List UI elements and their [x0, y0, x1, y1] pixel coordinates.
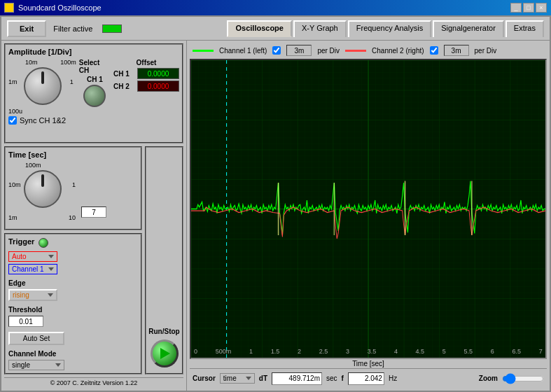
sync-checkbox[interactable] — [8, 116, 17, 125]
amplitude-title: Amplitude [1/Div] — [8, 48, 179, 56]
left-panel: Amplitude [1/Div] 10m 100m 1m 1 100u — [1, 41, 187, 391]
amp-label-100m: 100m — [60, 59, 76, 66]
content-area: Amplitude [1/Div] 10m 100m 1m 1 100u — [1, 41, 550, 391]
ch1-offset-label: CH 1 — [113, 70, 134, 78]
ch1-select-label: CH 1 — [87, 76, 103, 83]
tab-oscilloscope[interactable]: Oscilloscope — [227, 20, 291, 37]
copyright-text: © 2007 C. Zeitnitz Version 1.22 — [50, 379, 138, 386]
right-panel: Channel 1 (left) per Div Channel 2 (righ… — [187, 41, 550, 391]
ch1-color-indicator — [193, 50, 214, 52]
channel-mode-dropdown[interactable]: single — [8, 360, 64, 370]
trigger-title: Trigger — [8, 237, 34, 246]
ch1-checkbox[interactable] — [272, 46, 281, 55]
minimize-button[interactable]: _ — [510, 3, 522, 13]
ch-select-knob[interactable] — [83, 85, 106, 107]
dt-unit: sec — [326, 374, 337, 382]
time-knob-area: 100m 10m 1 1m 10 — [8, 162, 78, 221]
waveform-display — [191, 60, 545, 358]
tab-extras[interactable]: Extras — [505, 20, 544, 37]
window-title: Soundcard Oszilloscope — [18, 4, 102, 12]
zoom-label: Zoom — [479, 374, 498, 382]
copyright-bar: © 2007 C. Zeitnitz Version 1.22 — [4, 377, 183, 388]
scope-screen: 0 500m 1 1.5 2 2.5 3 3.5 4 4.5 5 5.5 6 6… — [190, 59, 547, 359]
close-button[interactable]: × — [536, 3, 547, 13]
tabs: Oscilloscope X-Y Graph Frequency Analysi… — [227, 20, 544, 37]
trigger-mode-dropdown[interactable]: Auto — [8, 251, 57, 262]
ch2-per-div-label: per Div — [475, 47, 497, 55]
select-ch-area: Select CH CH 1 — [79, 59, 111, 107]
amplitude-knob-area: 10m 100m 1m 1 100u — [8, 59, 76, 115]
trigger-indicator — [39, 238, 48, 248]
dropdown-arrow — [48, 293, 53, 297]
maximize-button[interactable]: □ — [523, 3, 534, 13]
run-stop-button[interactable] — [151, 340, 179, 368]
bottom-bar: Cursor time dT sec f Hz Zoom — [190, 368, 547, 388]
ch1-offset-input[interactable] — [137, 68, 179, 79]
app-icon — [4, 3, 14, 13]
amplitude-layout: 10m 100m 1m 1 100u Select CH CH 1 — [8, 59, 179, 115]
time-label-1: 1 — [72, 181, 76, 188]
sync-label: Sync CH 1&2 — [20, 116, 66, 125]
select-ch-label: Select CH — [79, 59, 111, 74]
trigger-edge-dropdown[interactable]: rising — [8, 289, 57, 301]
amp-label-1m: 1m — [8, 78, 18, 85]
filter-indicator — [102, 24, 122, 33]
ch2-checkbox[interactable] — [430, 46, 438, 55]
f-unit: Hz — [389, 374, 397, 382]
time-label-1m: 1m — [8, 214, 18, 221]
trigger-section: Trigger Auto Channel 1 — [4, 233, 142, 374]
cursor-type-dropdown[interactable]: time — [220, 373, 255, 384]
trigger-title-row: Trigger — [8, 237, 138, 248]
ch1-label: Channel 1 (left) — [219, 47, 267, 55]
ch2-offset-row: CH 2 — [113, 80, 179, 92]
exit-button[interactable]: Exit — [7, 20, 46, 37]
dropdown-arrow — [55, 363, 61, 367]
amp-label-1: 1 — [70, 78, 74, 85]
edge-label: Edge — [8, 279, 138, 287]
channel-mode-label: Channel Mode — [8, 350, 138, 358]
time-knob[interactable] — [24, 170, 62, 208]
ch2-per-div-input[interactable] — [444, 45, 469, 56]
threshold-label: Threshold — [8, 306, 138, 314]
trigger-channel-dropdown[interactable]: Channel 1 — [8, 264, 57, 274]
dt-label: dT — [259, 374, 267, 382]
ch2-offset-label: CH 2 — [113, 83, 134, 90]
amplitude-section: Amplitude [1/Div] 10m 100m 1m 1 100u — [4, 43, 183, 144]
tab-signal-generator[interactable]: Signalgenerator — [433, 20, 504, 37]
ch1-offset-row: CH 1 — [113, 68, 179, 79]
threshold-input[interactable] — [8, 316, 43, 327]
left-bottom-left: Time [sec] 100m 10m 1 1m 10 — [4, 146, 142, 374]
auto-set-button[interactable]: Auto Set — [8, 332, 64, 345]
trigger-controls: Auto Channel 1 Edge rising — [8, 251, 138, 370]
toolbar: Exit Filter active Oscilloscope X-Y Grap… — [1, 17, 550, 41]
time-section: Time [sec] 100m 10m 1 1m 10 — [4, 146, 142, 230]
cursor-label: Cursor — [193, 374, 216, 382]
zoom-slider[interactable] — [502, 373, 544, 384]
play-icon — [160, 348, 170, 359]
left-bottom: Time [sec] 100m 10m 1 1m 10 — [4, 146, 183, 374]
dropdown-arrow — [48, 267, 54, 271]
time-value-input[interactable] — [81, 206, 106, 218]
time-layout: 100m 10m 1 1m 10 — [8, 162, 138, 221]
dropdown-arrow — [246, 377, 251, 380]
filter-label: Filter active — [53, 24, 92, 33]
x-axis-title: Time [sec] — [190, 359, 547, 368]
amplitude-knob[interactable] — [24, 67, 62, 105]
tab-frequency-analysis[interactable]: Frequency Analysis — [348, 20, 431, 37]
offset-label: Offset — [113, 59, 179, 66]
ch1-per-div-input[interactable] — [286, 45, 312, 56]
f-value-input[interactable] — [348, 372, 384, 385]
ch2-label: Channel 2 (right) — [372, 47, 424, 55]
tab-xy-graph[interactable]: X-Y Graph — [293, 20, 347, 37]
ch1-per-div-label: per Div — [317, 47, 340, 55]
amp-label-100u: 100u — [8, 108, 22, 115]
ch2-color-indicator — [345, 50, 366, 52]
dt-value-input[interactable] — [272, 372, 322, 385]
run-stop-section: Run/Stop — [145, 146, 183, 374]
time-label-100m: 100m — [25, 162, 41, 169]
ch2-offset-input[interactable] — [137, 80, 179, 92]
time-title: Time [sec] — [8, 150, 138, 159]
main-window: Exit Filter active Oscilloscope X-Y Grap… — [0, 15, 551, 392]
sync-row: Sync CH 1&2 — [8, 116, 179, 125]
amp-label-10m: 10m — [25, 59, 38, 66]
